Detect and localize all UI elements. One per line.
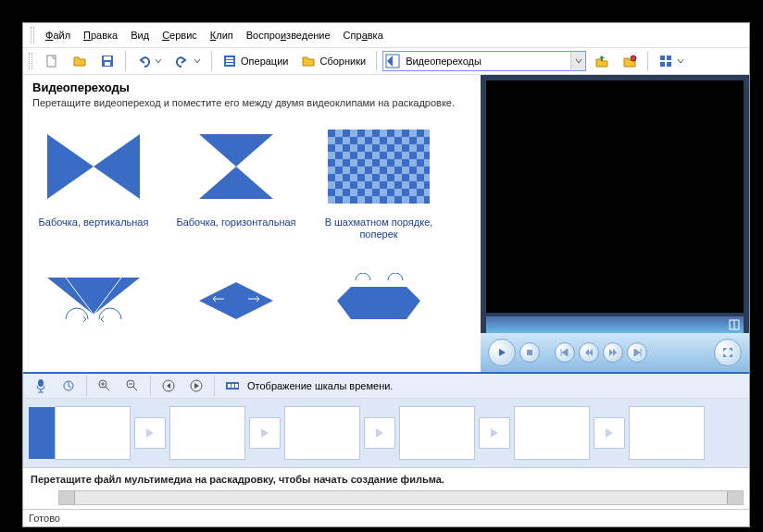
transition-item[interactable]: [310, 254, 447, 358]
next-button[interactable]: [627, 342, 647, 363]
horizontal-scrollbar[interactable]: [58, 490, 744, 505]
transition-item[interactable]: [168, 254, 305, 358]
timeline-toggle-button[interactable]: Отображение шкалы времени.: [220, 376, 397, 396]
play-button[interactable]: [488, 339, 516, 366]
play-timeline-button[interactable]: [184, 376, 208, 396]
audio-levels-button[interactable]: [56, 376, 81, 396]
combo-text: Видеопереходы: [402, 56, 570, 67]
transition-label: Бабочка, вертикальная: [25, 217, 162, 229]
storyboard-clip[interactable]: [399, 406, 475, 460]
storyboard-clip[interactable]: [169, 406, 245, 460]
storyboard-clip[interactable]: [284, 406, 360, 460]
redo-button[interactable]: [170, 51, 206, 71]
transition-item[interactable]: [25, 254, 162, 358]
grip-icon: [29, 53, 32, 69]
chevron-down-icon[interactable]: [570, 52, 585, 70]
new-button[interactable]: [40, 51, 64, 71]
collections-button[interactable]: Сборники: [296, 51, 370, 71]
storyboard-hint: Перетащите файл мультимедиа на раскадров…: [23, 467, 749, 490]
storyboard-clip[interactable]: [514, 406, 590, 460]
fullscreen-button[interactable]: [714, 339, 742, 366]
menu-play[interactable]: Воспроизведение: [241, 28, 336, 43]
operations-button[interactable]: Операции: [218, 51, 293, 71]
split-icon[interactable]: [729, 319, 740, 330]
timeline-toolbar: Отображение шкалы времени.: [23, 374, 749, 399]
content-pane: Видеопереходы Перетащите видеопереход и …: [23, 75, 481, 372]
svg-rect-12: [660, 62, 665, 67]
narrate-button[interactable]: [29, 376, 53, 396]
storyboard-transition[interactable]: [364, 417, 395, 449]
svg-rect-0: [47, 56, 56, 67]
save-button[interactable]: [95, 51, 119, 71]
svg-point-22: [38, 379, 44, 387]
storyboard-transition[interactable]: [134, 417, 166, 449]
svg-rect-2: [104, 56, 111, 60]
forward-button[interactable]: [603, 342, 623, 363]
content-subtitle: Перетащите видеопереход и поместите его …: [32, 96, 471, 109]
open-button[interactable]: [68, 51, 92, 71]
storyboard-transition[interactable]: [249, 417, 281, 449]
timeline-toggle-label: Отображение шкалы времени.: [247, 380, 393, 391]
svg-rect-3: [105, 62, 110, 66]
transition-icon: [385, 54, 400, 68]
svg-rect-6: [226, 60, 233, 62]
storyboard-transition[interactable]: [594, 417, 625, 449]
svg-point-9: [631, 56, 636, 61]
svg-rect-7: [226, 63, 233, 65]
grip-icon: [31, 27, 34, 43]
menubar: Файл Правка Вид Сервис Клип Воспроизведе…: [23, 23, 749, 48]
undo-button[interactable]: [131, 51, 167, 71]
menu-clip[interactable]: Клип: [205, 28, 239, 43]
transition-item[interactable]: Бабочка, вертикальная: [25, 120, 162, 249]
preview-pane: [481, 75, 749, 372]
operations-label: Операции: [241, 56, 288, 67]
menu-file[interactable]: Файл: [40, 28, 76, 43]
toolbar: Операции Сборники Видеопереходы: [23, 48, 749, 75]
storyboard-clip[interactable]: [55, 406, 131, 460]
transition-item[interactable]: В шахматном порядке, поперек: [310, 120, 447, 249]
zoom-out-button[interactable]: [120, 376, 144, 396]
svg-rect-31: [235, 384, 238, 388]
rewind-timeline-button[interactable]: [156, 376, 181, 396]
svg-rect-18: [328, 130, 430, 204]
storyboard[interactable]: [23, 399, 749, 467]
menu-service[interactable]: Сервис: [156, 28, 203, 43]
main-area: Видеопереходы Перетащите видеопереход и …: [23, 75, 749, 372]
video-preview: [486, 80, 744, 313]
transition-label: Бабочка, горизонтальная: [168, 217, 305, 229]
transitions-gallery[interactable]: Бабочка, вертикальная Бабочка, горизонта…: [23, 113, 481, 365]
svg-rect-10: [660, 56, 665, 60]
timeline-area: Отображение шкалы времени. Перетащите фа…: [23, 372, 749, 509]
menu-help[interactable]: Справка: [338, 28, 389, 43]
player-controls: [481, 333, 749, 372]
storyboard-clip[interactable]: [629, 406, 705, 460]
content-title: Видеопереходы: [32, 80, 471, 94]
svg-rect-21: [527, 350, 532, 355]
up-level-button[interactable]: [590, 51, 614, 71]
svg-rect-13: [667, 62, 671, 67]
svg-rect-30: [231, 384, 234, 388]
svg-rect-5: [226, 57, 233, 59]
new-folder-button[interactable]: [618, 51, 642, 71]
status-bar: Готово: [23, 509, 749, 526]
transition-item[interactable]: Бабочка, горизонтальная: [168, 120, 305, 249]
stop-button[interactable]: [519, 342, 540, 363]
storyboard-head: [29, 407, 55, 459]
storyboard-transition[interactable]: [479, 417, 510, 449]
zoom-in-button[interactable]: [93, 376, 117, 396]
svg-rect-11: [667, 56, 671, 60]
menu-view[interactable]: Вид: [125, 28, 155, 43]
collection-combo[interactable]: Видеопереходы: [382, 51, 586, 71]
collections-label: Сборники: [319, 56, 366, 67]
view-mode-button[interactable]: [654, 51, 689, 71]
svg-rect-29: [228, 384, 231, 388]
app-window: Файл Правка Вид Сервис Клип Воспроизведе…: [22, 22, 750, 527]
transition-label: В шахматном порядке, поперек: [310, 217, 447, 241]
seek-bar[interactable]: [486, 316, 744, 333]
rewind-button[interactable]: [579, 342, 599, 363]
prev-button[interactable]: [555, 342, 575, 363]
menu-edit[interactable]: Правка: [78, 28, 123, 43]
